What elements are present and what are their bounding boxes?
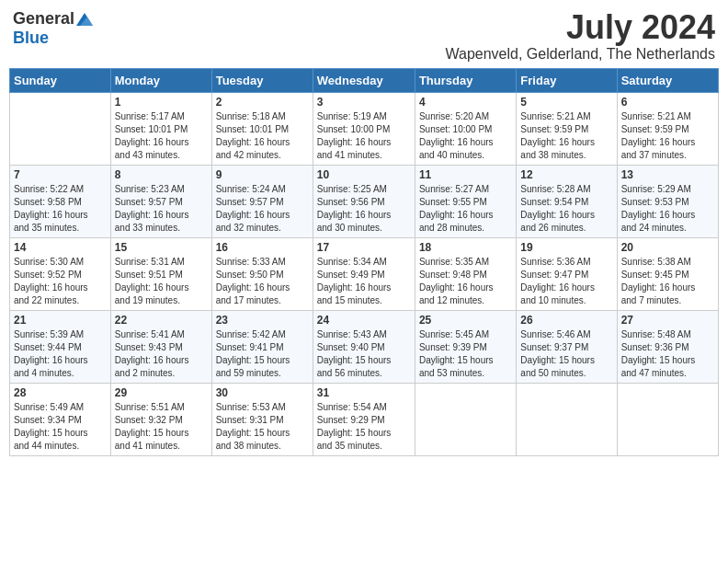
calendar-cell: 10Sunrise: 5:25 AM Sunset: 9:56 PM Dayli…: [313, 165, 415, 237]
weekday-header: Friday: [517, 68, 617, 92]
calendar-cell: 6Sunrise: 5:21 AM Sunset: 9:59 PM Daylig…: [617, 92, 718, 165]
calendar-cell: [617, 383, 718, 455]
day-info: Sunrise: 5:20 AM Sunset: 10:00 PM Daylig…: [419, 110, 512, 162]
calendar-week-row: 14Sunrise: 5:30 AM Sunset: 9:52 PM Dayli…: [10, 237, 719, 310]
calendar-cell: 8Sunrise: 5:23 AM Sunset: 9:57 PM Daylig…: [110, 165, 211, 237]
day-number: 20: [621, 241, 714, 254]
calendar-cell: 2Sunrise: 5:18 AM Sunset: 10:01 PM Dayli…: [211, 92, 313, 165]
day-number: 9: [216, 168, 309, 181]
day-info: Sunrise: 5:34 AM Sunset: 9:49 PM Dayligh…: [317, 256, 411, 307]
calendar-week-row: 1Sunrise: 5:17 AM Sunset: 10:01 PM Dayli…: [10, 92, 719, 165]
calendar-cell: 20Sunrise: 5:38 AM Sunset: 9:45 PM Dayli…: [617, 237, 718, 310]
calendar-cell: 26Sunrise: 5:46 AM Sunset: 9:37 PM Dayli…: [517, 310, 617, 383]
day-info: Sunrise: 5:28 AM Sunset: 9:54 PM Dayligh…: [520, 183, 612, 235]
day-info: Sunrise: 5:35 AM Sunset: 9:48 PM Dayligh…: [419, 256, 512, 307]
day-info: Sunrise: 5:21 AM Sunset: 9:59 PM Dayligh…: [520, 110, 612, 162]
day-number: 16: [216, 241, 309, 254]
day-info: Sunrise: 5:25 AM Sunset: 9:56 PM Dayligh…: [317, 183, 411, 235]
calendar-cell: 19Sunrise: 5:36 AM Sunset: 9:47 PM Dayli…: [517, 237, 617, 310]
calendar-header-row: SundayMondayTuesdayWednesdayThursdayFrid…: [10, 68, 719, 92]
calendar-cell: 18Sunrise: 5:35 AM Sunset: 9:48 PM Dayli…: [415, 237, 516, 310]
calendar-cell: 5Sunrise: 5:21 AM Sunset: 9:59 PM Daylig…: [517, 92, 617, 165]
day-info: Sunrise: 5:36 AM Sunset: 9:47 PM Dayligh…: [520, 256, 612, 307]
calendar-cell: 1Sunrise: 5:17 AM Sunset: 10:01 PM Dayli…: [110, 92, 211, 165]
day-number: 10: [317, 168, 411, 181]
day-info: Sunrise: 5:23 AM Sunset: 9:57 PM Dayligh…: [115, 183, 208, 235]
day-info: Sunrise: 5:39 AM Sunset: 9:44 PM Dayligh…: [14, 328, 107, 380]
calendar-cell: [415, 383, 516, 455]
day-info: Sunrise: 5:49 AM Sunset: 9:34 PM Dayligh…: [14, 401, 107, 453]
day-info: Sunrise: 5:19 AM Sunset: 10:00 PM Daylig…: [317, 110, 411, 162]
day-info: Sunrise: 5:53 AM Sunset: 9:31 PM Dayligh…: [216, 401, 309, 453]
calendar-cell: 15Sunrise: 5:31 AM Sunset: 9:51 PM Dayli…: [110, 237, 211, 310]
day-info: Sunrise: 5:31 AM Sunset: 9:51 PM Dayligh…: [115, 256, 208, 307]
calendar-cell: 30Sunrise: 5:53 AM Sunset: 9:31 PM Dayli…: [211, 383, 313, 455]
calendar-cell: 28Sunrise: 5:49 AM Sunset: 9:34 PM Dayli…: [10, 383, 111, 455]
day-number: 22: [115, 314, 208, 327]
day-number: 19: [520, 241, 612, 254]
day-info: Sunrise: 5:22 AM Sunset: 9:58 PM Dayligh…: [14, 183, 107, 235]
weekday-header: Saturday: [617, 68, 718, 92]
day-number: 7: [14, 168, 107, 181]
calendar-cell: 9Sunrise: 5:24 AM Sunset: 9:57 PM Daylig…: [211, 165, 313, 237]
calendar-cell: 13Sunrise: 5:29 AM Sunset: 9:53 PM Dayli…: [617, 165, 718, 237]
calendar-cell: 16Sunrise: 5:33 AM Sunset: 9:50 PM Dayli…: [211, 237, 313, 310]
day-number: 5: [520, 96, 612, 109]
day-info: Sunrise: 5:29 AM Sunset: 9:53 PM Dayligh…: [621, 183, 714, 235]
weekday-header: Tuesday: [211, 68, 313, 92]
day-number: 6: [621, 96, 714, 109]
calendar-cell: 25Sunrise: 5:45 AM Sunset: 9:39 PM Dayli…: [415, 310, 516, 383]
logo-blue: Blue: [13, 29, 49, 48]
weekday-header: Thursday: [415, 68, 516, 92]
day-info: Sunrise: 5:18 AM Sunset: 10:01 PM Daylig…: [216, 110, 309, 162]
day-number: 29: [115, 386, 208, 399]
calendar-cell: 29Sunrise: 5:51 AM Sunset: 9:32 PM Dayli…: [110, 383, 211, 455]
calendar-cell: 3Sunrise: 5:19 AM Sunset: 10:00 PM Dayli…: [313, 92, 415, 165]
calendar-cell: 24Sunrise: 5:43 AM Sunset: 9:40 PM Dayli…: [313, 310, 415, 383]
calendar-cell: 21Sunrise: 5:39 AM Sunset: 9:44 PM Dayli…: [10, 310, 111, 383]
day-info: Sunrise: 5:46 AM Sunset: 9:37 PM Dayligh…: [520, 328, 612, 380]
weekday-header: Wednesday: [313, 68, 415, 92]
day-number: 2: [216, 96, 309, 109]
calendar-cell: 7Sunrise: 5:22 AM Sunset: 9:58 PM Daylig…: [10, 165, 111, 237]
calendar-cell: 11Sunrise: 5:27 AM Sunset: 9:55 PM Dayli…: [415, 165, 516, 237]
logo-icon: [76, 13, 93, 26]
day-number: 3: [317, 96, 411, 109]
day-number: 15: [115, 241, 208, 254]
day-number: 8: [115, 168, 208, 181]
day-info: Sunrise: 5:17 AM Sunset: 10:01 PM Daylig…: [115, 110, 208, 162]
calendar-week-row: 28Sunrise: 5:49 AM Sunset: 9:34 PM Dayli…: [10, 383, 719, 455]
day-info: Sunrise: 5:30 AM Sunset: 9:52 PM Dayligh…: [14, 256, 107, 307]
day-number: 13: [621, 168, 714, 181]
day-number: 1: [115, 96, 208, 109]
day-number: 24: [317, 314, 411, 327]
day-info: Sunrise: 5:45 AM Sunset: 9:39 PM Dayligh…: [419, 328, 512, 380]
day-number: 31: [317, 386, 411, 399]
day-number: 18: [419, 241, 512, 254]
day-number: 26: [520, 314, 612, 327]
calendar-cell: 14Sunrise: 5:30 AM Sunset: 9:52 PM Dayli…: [10, 237, 111, 310]
calendar-cell: 4Sunrise: 5:20 AM Sunset: 10:00 PM Dayli…: [415, 92, 516, 165]
calendar-cell: 17Sunrise: 5:34 AM Sunset: 9:49 PM Dayli…: [313, 237, 415, 310]
weekday-header: Sunday: [10, 68, 111, 92]
day-info: Sunrise: 5:43 AM Sunset: 9:40 PM Dayligh…: [317, 328, 411, 380]
page-header: General Blue July 2024 Wapenveld, Gelder…: [9, 9, 719, 63]
day-info: Sunrise: 5:27 AM Sunset: 9:55 PM Dayligh…: [419, 183, 512, 235]
day-number: 12: [520, 168, 612, 181]
calendar-cell: 23Sunrise: 5:42 AM Sunset: 9:41 PM Dayli…: [211, 310, 313, 383]
calendar-table: SundayMondayTuesdayWednesdayThursdayFrid…: [9, 68, 719, 456]
calendar-cell: 22Sunrise: 5:41 AM Sunset: 9:43 PM Dayli…: [110, 310, 211, 383]
day-info: Sunrise: 5:54 AM Sunset: 9:29 PM Dayligh…: [317, 401, 411, 453]
day-number: 25: [419, 314, 512, 327]
day-info: Sunrise: 5:51 AM Sunset: 9:32 PM Dayligh…: [115, 401, 208, 453]
calendar-week-row: 21Sunrise: 5:39 AM Sunset: 9:44 PM Dayli…: [10, 310, 719, 383]
day-number: 11: [419, 168, 512, 181]
day-info: Sunrise: 5:38 AM Sunset: 9:45 PM Dayligh…: [621, 256, 714, 307]
day-number: 23: [216, 314, 309, 327]
calendar-cell: [517, 383, 617, 455]
day-number: 21: [14, 314, 107, 327]
calendar-cell: [10, 92, 111, 165]
location-title: Wapenveld, Gelderland, The Netherlands: [445, 46, 715, 63]
month-title: July 2024: [445, 9, 715, 46]
calendar-cell: 27Sunrise: 5:48 AM Sunset: 9:36 PM Dayli…: [617, 310, 718, 383]
